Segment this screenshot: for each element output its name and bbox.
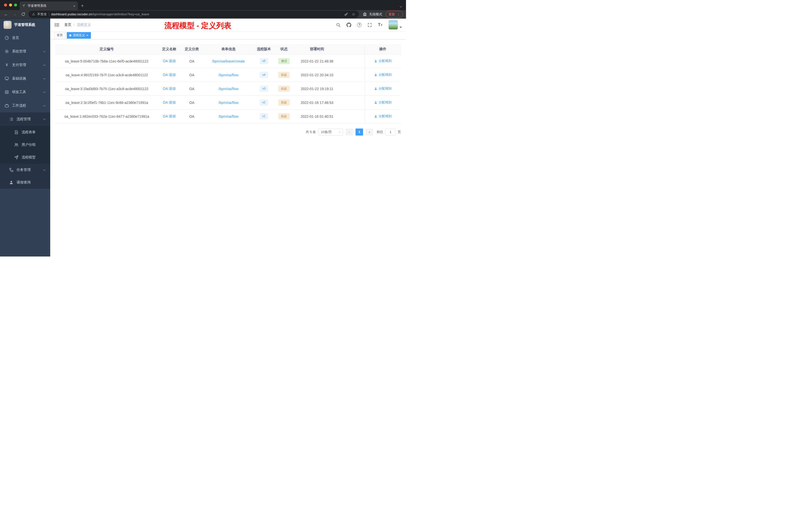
- form-link[interactable]: /bpm/oa/flow: [219, 73, 238, 77]
- new-tab-button[interactable]: +: [81, 3, 84, 8]
- sidebar-item-home[interactable]: 首页: [0, 31, 50, 45]
- version-tag[interactable]: v4: [260, 72, 268, 78]
- next-page-button[interactable]: ›: [366, 128, 373, 135]
- page-size-value: 10条/页: [321, 130, 332, 134]
- cell-filler: [340, 110, 365, 123]
- sidebar-item-infrastructure[interactable]: 基础设施: [0, 72, 50, 85]
- sidebar-item-label: 请假查询: [17, 180, 31, 185]
- breadcrumb-home[interactable]: 首页: [64, 23, 71, 27]
- table-row: oa_leave:5:004b710b-7b8a-11ec-8ef0-acde4…: [55, 54, 401, 68]
- user-avatar-menu[interactable]: [388, 20, 402, 30]
- url-host: dashboard.yudao.iocoder.cn: [51, 12, 92, 16]
- site-favicon-icon: [22, 4, 26, 7]
- cell-definition-id: oa_leave:4:991f2193-7b7f-11ec-a3c8-acde4…: [55, 68, 158, 82]
- sidebar-item-dev-tools[interactable]: 研发工具: [0, 85, 50, 99]
- definition-name-link[interactable]: OA 请假: [163, 114, 175, 118]
- active-tag-dot: [69, 34, 71, 36]
- column-header-id: 定义编号: [55, 44, 158, 54]
- font-size-icon[interactable]: TT: [378, 23, 383, 27]
- tag-label: 首页: [57, 33, 63, 37]
- prev-page-button[interactable]: ‹: [346, 128, 353, 135]
- browser-toolbar: ← → ⚠ 不安全 dashboard.yudao.iocoder.cn/bpm…: [0, 10, 406, 19]
- person-icon: [374, 73, 377, 77]
- back-button[interactable]: ←: [3, 12, 9, 16]
- assign-rule-button[interactable]: 分配规则: [374, 59, 392, 63]
- cell-category: OA: [180, 68, 203, 82]
- security-label[interactable]: 不安全: [37, 12, 47, 17]
- table-row: oa_leave:4:991f2193-7b7f-11ec-a3c8-acde4…: [55, 68, 401, 82]
- definition-name-link[interactable]: OA 请假: [163, 87, 175, 91]
- toolbox-icon: [4, 90, 9, 94]
- security-warning-icon[interactable]: ⚠: [32, 12, 35, 16]
- form-link[interactable]: /bpm/oa/leave/create: [212, 59, 245, 63]
- tab-close-icon[interactable]: ×: [73, 4, 75, 8]
- assign-rule-button[interactable]: 分配规则: [374, 86, 392, 91]
- definition-name-link[interactable]: OA 请假: [163, 73, 175, 77]
- sidebar-item-label: 流程模型: [22, 155, 36, 160]
- assign-rule-button[interactable]: 分配规则: [374, 72, 392, 77]
- sidebar-toggle-hamburger-icon[interactable]: [54, 22, 60, 28]
- sidebar-logo[interactable]: 芋道管理系统: [0, 19, 50, 31]
- sidebar-item-workflow[interactable]: 工作流程: [0, 99, 50, 113]
- sidebar-item-task-management[interactable]: 任务管理: [0, 163, 50, 176]
- cell-definition-id: oa_leave:3:1fad3d93-7b75-11ec-a3c8-acde4…: [55, 82, 158, 96]
- definition-name-link[interactable]: OA 请假: [163, 59, 175, 63]
- cell-category: OA: [180, 82, 203, 96]
- version-tag[interactable]: v3: [260, 86, 268, 92]
- password-key-icon[interactable]: [344, 12, 348, 16]
- url-text[interactable]: dashboard.yudao.iocoder.cn/bpm/manager/d…: [51, 12, 149, 16]
- sidebar-item-process-management[interactable]: 流程管理: [0, 113, 50, 126]
- search-icon[interactable]: [336, 23, 341, 27]
- sidebar-item-user-group[interactable]: 用户分组: [0, 139, 50, 151]
- sidebar-item-label: 任务管理: [17, 168, 31, 172]
- sidebar: 芋道管理系统 首页 系统管理 ¥ 支付管理: [0, 19, 50, 256]
- form-link[interactable]: /bpm/oa/flow: [219, 87, 238, 91]
- tag-close-icon[interactable]: ×: [86, 34, 88, 37]
- browser-tab[interactable]: 芋道管理系统 ×: [20, 1, 78, 10]
- goto-page-input[interactable]: [385, 128, 396, 135]
- bookmark-star-icon[interactable]: ☆: [352, 12, 355, 16]
- sidebar-item-leave-query[interactable]: 请假查询: [0, 176, 50, 189]
- version-tag[interactable]: v2: [260, 100, 268, 105]
- window-minimize-button[interactable]: [9, 3, 12, 6]
- form-link[interactable]: /bpm/oa/flow: [219, 101, 238, 105]
- fullscreen-icon[interactable]: [367, 23, 372, 27]
- sidebar-item-process-form[interactable]: 流程表单: [0, 126, 50, 139]
- sidebar-item-process-model[interactable]: 流程模型: [0, 151, 50, 163]
- tab-search-icon[interactable]: [400, 3, 403, 6]
- sidebar-item-payment-management[interactable]: ¥ 支付管理: [0, 58, 50, 72]
- version-tag[interactable]: v5: [260, 58, 268, 64]
- browser-menu-kebab-icon[interactable]: ⋮: [397, 12, 400, 16]
- window-zoom-button[interactable]: [14, 3, 17, 6]
- tag-process-definition[interactable]: 流程定义 ×: [67, 32, 91, 39]
- page-size-select[interactable]: 10条/页: [318, 128, 343, 135]
- window-close-button[interactable]: [4, 3, 7, 6]
- chevron-down-icon: [43, 50, 46, 53]
- column-header-filler: [340, 44, 365, 54]
- assign-rule-button[interactable]: 分配规则: [374, 100, 392, 105]
- help-question-icon[interactable]: ?: [357, 23, 361, 27]
- omnibox-separator: [49, 12, 49, 16]
- tag-home[interactable]: 首页: [54, 32, 65, 39]
- address-bar[interactable]: ⚠ 不安全 dashboard.yudao.iocoder.cn/bpm/man…: [29, 11, 359, 18]
- assign-rule-button[interactable]: 分配规则: [374, 114, 392, 118]
- version-tag[interactable]: v1: [260, 114, 268, 119]
- person-icon: [374, 59, 377, 63]
- yen-icon: ¥: [4, 63, 9, 67]
- column-header-name: 定义名称: [158, 44, 180, 54]
- forward-button[interactable]: →: [11, 12, 18, 16]
- avatar[interactable]: [388, 20, 398, 30]
- reload-button[interactable]: [20, 12, 26, 16]
- browser-update-button[interactable]: 更新 ⋮: [386, 11, 403, 18]
- form-link[interactable]: /bpm/oa/flow: [219, 115, 238, 118]
- browser-tab-strip: 芋道管理系统 × +: [0, 0, 406, 10]
- chevron-down-icon: [43, 77, 46, 80]
- paper-plane-icon: [14, 155, 19, 160]
- github-icon[interactable]: [347, 23, 351, 27]
- person-icon: [9, 180, 13, 185]
- sidebar-item-system-management[interactable]: 系统管理: [0, 45, 50, 58]
- definition-name-link[interactable]: OA 请假: [163, 100, 175, 104]
- breadcrumb-separator: /: [74, 23, 75, 27]
- page-number-button[interactable]: 1: [355, 128, 363, 135]
- page-content: 定义编号 定义名称 定义分类 表单信息 流程版本 状态 部署时间 操作: [50, 40, 406, 256]
